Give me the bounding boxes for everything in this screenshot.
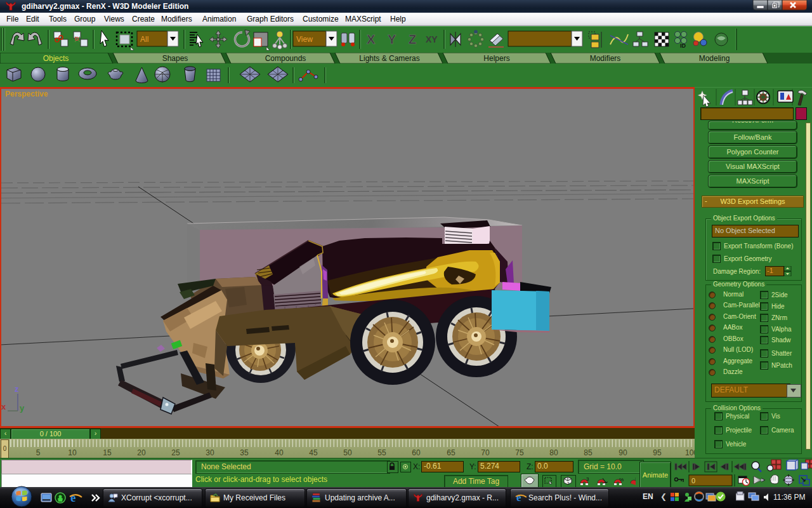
svg-text:Compounds: Compounds bbox=[265, 54, 306, 63]
svg-text:%: % bbox=[619, 477, 624, 483]
svg-text:X: X bbox=[367, 32, 376, 46]
svg-text:65: 65 bbox=[447, 448, 455, 457]
svg-text:e: e bbox=[70, 491, 75, 504]
svg-text:ID: ID bbox=[680, 43, 686, 49]
svg-text:Y: Y bbox=[388, 32, 396, 46]
svg-text:Lights & Cameras: Lights & Cameras bbox=[359, 54, 419, 63]
svg-text:45: 45 bbox=[309, 448, 318, 457]
svg-text:All: All bbox=[140, 35, 148, 44]
svg-text:75: 75 bbox=[515, 448, 524, 457]
svg-text:z: z bbox=[15, 384, 19, 394]
svg-text:95: 95 bbox=[653, 448, 662, 457]
svg-text:y: y bbox=[20, 403, 25, 413]
svg-text:15: 15 bbox=[103, 448, 112, 457]
svg-text:50: 50 bbox=[343, 448, 352, 457]
svg-text:30: 30 bbox=[206, 448, 214, 457]
svg-text:100: 100 bbox=[685, 448, 695, 457]
svg-text:XY: XY bbox=[426, 34, 438, 44]
svg-text:Objects: Objects bbox=[43, 54, 69, 63]
svg-text:25: 25 bbox=[171, 448, 180, 457]
svg-text:10: 10 bbox=[68, 448, 77, 457]
svg-text:80: 80 bbox=[549, 448, 558, 457]
svg-text:View: View bbox=[296, 35, 313, 44]
svg-text:90: 90 bbox=[619, 448, 627, 457]
svg-text:x: x bbox=[1, 402, 6, 411]
svg-text:70: 70 bbox=[481, 448, 490, 457]
svg-text:Modeling: Modeling bbox=[699, 54, 730, 63]
svg-text:60: 60 bbox=[412, 448, 421, 457]
svg-text:0: 0 bbox=[691, 477, 695, 485]
svg-text:20: 20 bbox=[137, 448, 146, 457]
svg-text:Modifiers: Modifiers bbox=[590, 54, 621, 63]
svg-text:40: 40 bbox=[275, 448, 284, 457]
svg-text:5: 5 bbox=[36, 448, 41, 457]
svg-text:Shapes: Shapes bbox=[162, 54, 188, 63]
svg-text:3: 3 bbox=[586, 476, 589, 482]
svg-text:Helpers: Helpers bbox=[483, 54, 509, 63]
svg-text:55: 55 bbox=[377, 448, 386, 457]
svg-text:e: e bbox=[516, 491, 521, 504]
svg-text:35: 35 bbox=[240, 448, 249, 457]
svg-text:85: 85 bbox=[584, 448, 593, 457]
svg-text:Z: Z bbox=[409, 32, 416, 46]
